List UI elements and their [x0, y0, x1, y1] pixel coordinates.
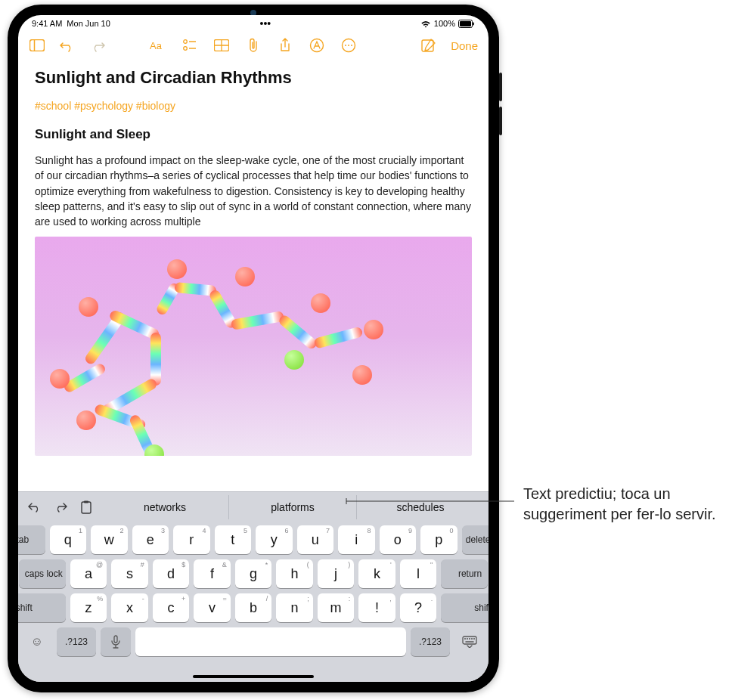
key-space[interactable] [135, 627, 406, 656]
status-bar: 9:41 AM Mon Jun 10 ••• 100% [18, 15, 489, 30]
key-o[interactable]: o9 [380, 525, 417, 554]
svg-rect-3 [30, 40, 45, 51]
done-button[interactable]: Done [451, 39, 478, 52]
kb-undo-icon[interactable] [27, 500, 42, 515]
battery-icon [458, 20, 475, 28]
wifi-icon [420, 20, 431, 28]
key-h[interactable]: h( [276, 559, 313, 588]
key-numbers-right[interactable]: .?123 [411, 627, 450, 656]
status-time: 9:41 AM [32, 19, 62, 28]
attachment-icon[interactable] [245, 37, 262, 54]
key-tab[interactable]: tab [18, 525, 45, 554]
checklist-icon[interactable] [181, 37, 198, 54]
key-l[interactable]: l" [400, 559, 437, 588]
markup-icon[interactable] [309, 37, 325, 54]
key-e[interactable]: e3 [132, 525, 169, 554]
key-dictation[interactable] [101, 627, 131, 656]
key-delete[interactable]: delete [462, 525, 489, 554]
svg-rect-20 [84, 501, 88, 503]
key-k[interactable]: k' [358, 559, 395, 588]
key-r[interactable]: r4 [173, 525, 210, 554]
ipad-screen: 9:41 AM Mon Jun 10 ••• 100% [18, 15, 489, 682]
key-numbers-left[interactable]: .?123 [57, 627, 96, 656]
svg-point-15 [345, 45, 346, 46]
key-t[interactable]: t5 [215, 525, 252, 554]
key-shift-left[interactable]: shift [18, 593, 66, 622]
svg-point-16 [348, 45, 349, 46]
key-i[interactable]: i8 [338, 525, 375, 554]
note-heading: Sunlight and Sleep [35, 127, 472, 142]
key-m[interactable]: m: [318, 593, 355, 622]
key-p[interactable]: p0 [420, 525, 458, 554]
key-v[interactable]: v= [194, 593, 231, 622]
share-icon[interactable] [277, 37, 293, 54]
key-s[interactable]: s# [111, 559, 148, 588]
key-x[interactable]: x- [111, 593, 148, 622]
note-image-molecule [35, 237, 472, 456]
key-shift-right[interactable]: shift [441, 593, 489, 622]
key-j[interactable]: j) [318, 559, 355, 588]
note-body[interactable]: Sunlight and Circadian Rhythms #school #… [18, 60, 489, 491]
svg-rect-22 [463, 637, 476, 644]
ipad-frame: 9:41 AM Mon Jun 10 ••• 100% [8, 5, 499, 692]
svg-rect-1 [460, 21, 471, 26]
redo-icon [89, 37, 106, 54]
volume-up-button [499, 73, 502, 101]
key-n[interactable]: n; [276, 593, 313, 622]
home-indicator[interactable] [193, 675, 314, 678]
sidebar-toggle-icon[interactable] [29, 37, 45, 54]
note-tags[interactable]: #school #psychology #biology [35, 100, 472, 112]
more-icon[interactable] [340, 37, 357, 54]
volume-down-button [499, 107, 502, 135]
key-emoji[interactable]: ☺ [22, 627, 52, 656]
note-paragraph: Sunlight has a profound impact on the sl… [35, 153, 472, 229]
key-q[interactable]: q1 [50, 525, 87, 554]
key-![interactable]: !, [358, 593, 395, 622]
kb-clipboard-icon[interactable] [79, 500, 94, 515]
multitask-dots-icon[interactable]: ••• [259, 18, 271, 29]
undo-icon[interactable] [59, 37, 76, 54]
key-return[interactable]: return [441, 559, 488, 588]
key-d[interactable]: d$ [153, 559, 190, 588]
key-y[interactable]: y6 [256, 525, 293, 554]
svg-point-6 [184, 40, 188, 44]
key-?[interactable]: ?. [400, 593, 437, 622]
notes-toolbar: Aa [18, 30, 489, 60]
new-note-icon[interactable] [420, 37, 437, 54]
svg-point-8 [184, 47, 188, 51]
key-b[interactable]: b/ [235, 593, 272, 622]
key-f[interactable]: f& [194, 559, 231, 588]
note-title: Sunlight and Circadian Rhythms [35, 68, 472, 88]
predictive-suggestion-1[interactable]: networks [101, 495, 228, 519]
status-date: Mon Jun 10 [67, 19, 110, 28]
key-w[interactable]: w2 [91, 525, 128, 554]
table-icon[interactable] [213, 37, 230, 54]
svg-rect-2 [473, 22, 474, 25]
key-z[interactable]: z% [70, 593, 107, 622]
svg-text:Aa: Aa [150, 40, 163, 51]
battery-percent: 100% [434, 19, 455, 28]
key-u[interactable]: u7 [297, 525, 334, 554]
text-format-icon[interactable]: Aa [150, 37, 166, 54]
key-capslock[interactable]: caps lock [19, 559, 66, 588]
predictive-row: networks platforms schedules [18, 492, 489, 522]
predictive-suggestion-2[interactable]: platforms [228, 495, 356, 519]
svg-rect-19 [82, 502, 91, 513]
keyboard: networks platforms schedules tab q1w2e3r… [18, 491, 489, 682]
callout-predictive-text: Text predictiu; toca un suggeriment per … [523, 484, 720, 525]
key-c[interactable]: c+ [153, 593, 190, 622]
key-hide-keyboard[interactable] [454, 627, 485, 656]
kb-redo-icon[interactable] [53, 500, 68, 515]
svg-point-17 [351, 45, 352, 46]
svg-rect-21 [114, 636, 117, 643]
key-a[interactable]: a@ [70, 559, 107, 588]
key-g[interactable]: g* [235, 559, 272, 588]
